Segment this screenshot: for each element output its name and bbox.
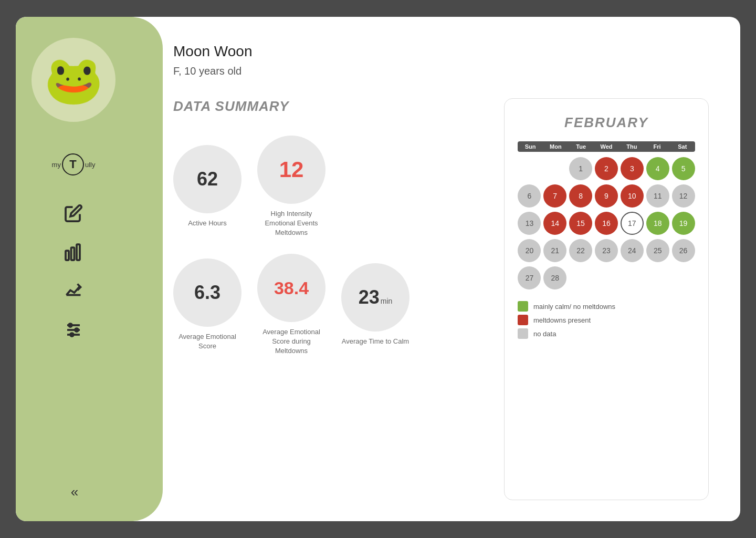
cal-cell-24[interactable]: 24 bbox=[621, 239, 644, 262]
cal-cell-16[interactable]: 16 bbox=[595, 212, 618, 235]
cal-cell-25[interactable]: 25 bbox=[646, 239, 669, 262]
legend-calm: mainly calm/ no meltdowns bbox=[518, 301, 695, 312]
cal-cell-empty-0-1 bbox=[543, 157, 566, 180]
user-info: F, 10 years old bbox=[173, 65, 709, 77]
cal-cell-28[interactable]: 28 bbox=[543, 266, 566, 289]
chart-line-icon bbox=[64, 282, 83, 301]
calendar-legend: mainly calm/ no meltdowns meltdowns pres… bbox=[518, 301, 695, 339]
calendar-header: Sun Mon Tue Wed Thu Fri Sat bbox=[518, 141, 695, 152]
cal-day-fri: Fri bbox=[644, 141, 669, 152]
collapse-button[interactable]: « bbox=[71, 484, 76, 500]
active-hours-stat: 62 Active Hours bbox=[173, 145, 242, 228]
cal-cell-6[interactable]: 6 bbox=[518, 184, 541, 208]
cal-cell-7[interactable]: 7 bbox=[543, 184, 566, 208]
avg-meltdown-value: 38.4 bbox=[274, 279, 309, 297]
legend-nodata: no data bbox=[518, 328, 695, 339]
calendar-grid: Sun Mon Tue Wed Thu Fri Sat 123456789101… bbox=[518, 141, 695, 291]
avg-emotional-circle: 6.3 bbox=[173, 258, 242, 327]
cal-cell-17[interactable]: 17 bbox=[621, 212, 644, 235]
content-area: DATA SUMMARY 62 Active Hours 12 High Int… bbox=[173, 98, 709, 500]
cal-day-wed: Wed bbox=[594, 141, 619, 152]
cal-cell-empty-4-6 bbox=[672, 266, 695, 289]
avg-emotional-label: Average Emotional Score bbox=[173, 332, 242, 351]
nav-edit-button[interactable] bbox=[62, 202, 85, 225]
high-intensity-circle: 12 bbox=[257, 136, 326, 204]
user-header: Moon Woon F, 10 years old bbox=[173, 43, 709, 77]
cal-cell-19[interactable]: 19 bbox=[672, 212, 695, 235]
user-name: Moon Woon bbox=[173, 43, 709, 60]
cal-cell-empty-4-3 bbox=[595, 266, 618, 289]
avg-emotional-value: 6.3 bbox=[194, 283, 220, 302]
legend-meltdown-label: meltdowns present bbox=[533, 316, 591, 324]
logo-T-circle: T bbox=[62, 153, 84, 175]
cal-cell-23[interactable]: 23 bbox=[595, 239, 618, 262]
svg-rect-1 bbox=[71, 247, 75, 260]
cal-cell-4[interactable]: 4 bbox=[646, 157, 669, 180]
legend-meltdown: meltdowns present bbox=[518, 315, 695, 325]
time-to-calm-label: Average Time to Calm bbox=[342, 337, 409, 346]
legend-calm-dot bbox=[518, 301, 528, 312]
time-to-calm-stat: 23 min Average Time to Calm bbox=[341, 263, 410, 346]
nav-chart-line-button[interactable] bbox=[62, 280, 85, 303]
cal-cell-9[interactable]: 9 bbox=[595, 184, 618, 208]
cal-cell-13[interactable]: 13 bbox=[518, 212, 541, 235]
cal-cell-22[interactable]: 22 bbox=[569, 239, 592, 262]
cal-cell-empty-4-4 bbox=[621, 266, 644, 289]
cal-cell-14[interactable]: 14 bbox=[543, 212, 566, 235]
svg-point-7 bbox=[69, 324, 72, 327]
cal-day-tue: Tue bbox=[569, 141, 594, 152]
cal-cell-10[interactable]: 10 bbox=[621, 184, 644, 208]
cal-cell-15[interactable]: 15 bbox=[569, 212, 592, 235]
cal-cell-3[interactable]: 3 bbox=[621, 157, 644, 180]
cal-cell-26[interactable]: 26 bbox=[672, 239, 695, 262]
cal-cell-2[interactable]: 2 bbox=[595, 157, 618, 180]
svg-point-9 bbox=[70, 333, 74, 336]
cal-day-sat: Sat bbox=[670, 141, 695, 152]
cal-cell-18[interactable]: 18 bbox=[646, 212, 669, 235]
app-container: 🐸 my T ully bbox=[16, 17, 740, 521]
avg-emotional-stat: 6.3 Average Emotional Score bbox=[173, 258, 242, 351]
data-summary-title: DATA SUMMARY bbox=[173, 98, 472, 115]
cal-cell-11[interactable]: 11 bbox=[646, 184, 669, 208]
time-to-calm-unit: min bbox=[381, 297, 393, 305]
cal-cell-21[interactable]: 21 bbox=[543, 239, 566, 262]
high-intensity-stat: 12 High Intensity Emotional Events Meltd… bbox=[257, 136, 326, 238]
cal-day-sun: Sun bbox=[518, 141, 543, 152]
nav-settings-button[interactable] bbox=[62, 318, 85, 342]
nav-chart-bar-button[interactable] bbox=[62, 241, 85, 264]
active-hours-label: Active Hours bbox=[188, 219, 227, 228]
high-intensity-value: 12 bbox=[279, 159, 304, 181]
logo-my: my bbox=[52, 161, 61, 169]
cal-cell-27[interactable]: 27 bbox=[518, 266, 541, 289]
cal-day-mon: Mon bbox=[543, 141, 568, 152]
logo-ully: ully bbox=[85, 161, 96, 169]
high-intensity-label: High Intensity Emotional Events Meltdown… bbox=[257, 209, 326, 238]
legend-nodata-label: no data bbox=[533, 330, 556, 338]
edit-icon bbox=[64, 204, 83, 223]
stats-row-1: 62 Active Hours 12 High Intensity Emotio… bbox=[173, 136, 472, 238]
nav-icons bbox=[62, 202, 85, 484]
cal-cell-20[interactable]: 20 bbox=[518, 239, 541, 262]
cal-cell-8[interactable]: 8 bbox=[569, 184, 592, 208]
cal-cell-5[interactable]: 5 bbox=[672, 157, 695, 180]
calendar-title: FEBRUARY bbox=[518, 115, 695, 131]
avg-meltdown-label: Average Emotional Score during Meltdowns bbox=[257, 327, 326, 356]
legend-nodata-dot bbox=[518, 328, 528, 339]
cal-cell-empty-0-0 bbox=[518, 157, 541, 180]
cal-cell-1[interactable]: 1 bbox=[569, 157, 592, 180]
time-to-calm-circle: 23 min bbox=[341, 263, 410, 332]
svg-rect-0 bbox=[66, 251, 69, 260]
cal-cell-empty-4-2 bbox=[569, 266, 592, 289]
cal-cell-12[interactable]: 12 bbox=[672, 184, 695, 208]
active-hours-value: 62 bbox=[197, 170, 218, 189]
svg-rect-2 bbox=[77, 244, 80, 260]
cal-day-thu: Thu bbox=[619, 141, 644, 152]
stats-row-2: 6.3 Average Emotional Score 38.4 Average… bbox=[173, 254, 472, 356]
calendar-body: 1234567891011121314151617181920212223242… bbox=[518, 156, 695, 291]
avatar: 🐸 bbox=[32, 38, 116, 122]
avg-meltdown-circle: 38.4 bbox=[257, 254, 326, 322]
time-to-calm-value: 23 bbox=[359, 288, 380, 307]
main-content: Moon Woon F, 10 years old DATA SUMMARY 6… bbox=[131, 17, 740, 521]
legend-meltdown-dot bbox=[518, 315, 528, 325]
calendar-panel: FEBRUARY Sun Mon Tue Wed Thu Fri Sat 123… bbox=[504, 98, 709, 500]
